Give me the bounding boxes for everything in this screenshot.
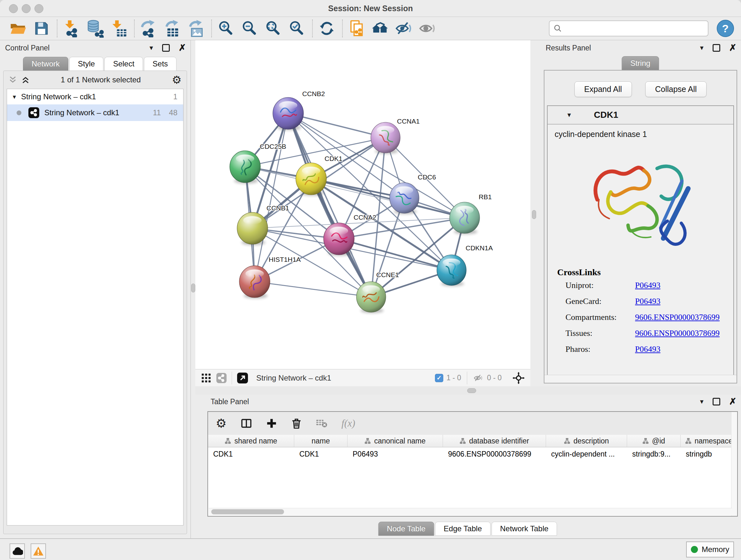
tab-network[interactable]: Network [23,57,68,71]
node-CCNB1[interactable] [237,212,268,244]
search-input[interactable] [562,23,701,33]
node-CDC6[interactable] [390,183,419,213]
import-network-database-button[interactable] [85,19,105,38]
table-cell[interactable]: CDK1 [208,447,294,461]
warning-status-button[interactable] [30,543,46,559]
node-CDK1[interactable] [296,163,327,195]
network-options-gear-icon[interactable]: ⚙ [172,74,182,85]
cloud-status-button[interactable] [10,543,25,559]
network-row-selected[interactable]: String Network – cdk1 11 48 [7,105,183,121]
node-RB1[interactable] [450,202,480,233]
hidden-eye-slash-icon[interactable] [473,373,484,383]
tab-style[interactable]: Style [69,57,104,71]
selected-checkbox-icon[interactable]: ✓ [435,374,443,382]
node-CCNA2[interactable] [324,223,354,255]
right-splitter-handle[interactable] [532,210,536,219]
scrollbar-thumb[interactable] [211,509,284,514]
float-panel-icon[interactable] [162,44,170,52]
column-header--id[interactable]: @id [627,435,681,447]
network-graph[interactable]: CCNB2CCNA1CDC25BCDK1CDC6RB1CCNB1CCNA2CDK… [195,40,530,369]
delete-table-icon[interactable] [316,419,327,428]
close-window-button[interactable] [9,4,18,13]
minimize-window-button[interactable] [22,4,30,13]
crosslink-link[interactable]: 9606.ENSP00000378699 [635,313,720,322]
collapse-all-button[interactable]: Collapse All [645,81,707,97]
network-from-clipboard-button[interactable] [347,19,366,38]
section-collapse-icon[interactable]: ▾ [567,111,571,118]
table-row[interactable]: CDK1CDK1P064939606.ENSP00000378699cyclin… [208,447,737,461]
open-session-button[interactable] [8,19,27,38]
node-section-header[interactable]: ▾ CDK1 [548,106,733,125]
zoom-selected-button[interactable] [287,19,307,38]
apply-layout-button[interactable] [317,19,336,38]
crosslink-link[interactable]: P06493 [635,297,660,306]
fit-selected-crosshair-icon[interactable] [513,372,525,384]
network-collection-row[interactable]: ▾ String Network – cdk1 1 [7,89,183,105]
crosslink-link[interactable]: 9606.ENSP00000378699 [635,328,720,338]
close-panel-icon[interactable]: ✗ [729,44,737,52]
show-all-button[interactable] [371,19,390,38]
zoom-in-button[interactable] [216,19,235,38]
show-columns-icon[interactable] [241,418,252,429]
table-options-gear-icon[interactable]: ⚙ [216,417,226,429]
export-image-button[interactable] [186,19,205,38]
tab-node-table[interactable]: Node Table [378,522,434,536]
float-panel-icon[interactable] [713,44,720,52]
left-splitter-handle[interactable] [191,284,195,293]
collapse-all-icon[interactable] [9,76,17,84]
table-cell[interactable]: stringdb [681,447,737,461]
zoom-out-button[interactable] [240,19,259,38]
table-cell[interactable]: P06493 [347,447,443,461]
crosslink-link[interactable]: P06493 [635,281,660,290]
node-CCNB2[interactable] [273,98,304,129]
export-network-button[interactable] [139,19,158,38]
delete-trash-icon[interactable] [291,418,302,429]
node-CDKN1A[interactable] [437,255,466,286]
tab-edge-table[interactable]: Edge Table [435,522,490,536]
expand-all-icon[interactable] [21,76,30,84]
crosslink-link[interactable]: P06493 [635,345,660,354]
column-header-database-identifier[interactable]: database identifier [443,435,546,447]
birdseye-view-icon[interactable] [216,373,226,383]
tab-select[interactable]: Select [105,57,143,71]
float-panel-icon[interactable] [713,398,720,406]
close-panel-icon[interactable]: ✗ [729,397,737,406]
zoom-fit-content-button[interactable] [264,19,283,38]
expand-all-button[interactable]: Expand All [575,81,632,97]
import-network-file-button[interactable] [62,19,81,38]
table-vertical-scrollbar[interactable] [731,412,737,516]
table-cell[interactable]: 9606.ENSP00000378699 [443,447,546,461]
save-session-button[interactable] [32,19,51,38]
zoom-window-button[interactable] [35,4,44,13]
panel-menu-icon[interactable]: ▾ [700,398,703,405]
export-table-button[interactable] [163,19,182,38]
tree-expand-icon[interactable]: ▾ [13,93,16,101]
function-builder-icon[interactable]: f(x) [341,418,355,429]
add-column-icon[interactable] [266,418,277,429]
table-cell[interactable]: CDK1 [294,447,347,461]
panel-menu-icon[interactable]: ▾ [149,44,153,51]
tab-string[interactable]: String [622,56,659,70]
node-CCNA1[interactable] [371,122,400,153]
grid-view-icon[interactable] [201,373,211,383]
close-panel-icon[interactable]: ✗ [179,44,186,52]
table-cell[interactable]: cyclin-dependent ... [546,447,627,461]
node-CDC25B[interactable] [230,151,260,183]
import-table-file-button[interactable] [109,19,128,38]
table-cell[interactable]: stringdb:9... [627,447,681,461]
node-HIST1H1A[interactable] [239,266,270,298]
memory-button[interactable]: Memory [686,542,734,557]
table-horizontal-scrollbar[interactable] [209,508,732,515]
column-header-description[interactable]: description [546,435,627,447]
results-scrollbar[interactable] [544,375,737,383]
tab-network-table[interactable]: Network Table [491,522,557,536]
horizontal-splitter-handle[interactable] [467,388,476,393]
tab-sets[interactable]: Sets [144,57,177,71]
column-header-shared-name[interactable]: shared name [208,435,294,447]
show-selected-button[interactable] [418,19,437,38]
column-header-name[interactable]: name [294,435,347,447]
help-button[interactable]: ? [717,20,734,37]
column-header-canonical-name[interactable]: canonical name [347,435,443,447]
column-header-namespace[interactable]: namespace [681,435,737,447]
node-CCNE1[interactable] [356,282,386,312]
